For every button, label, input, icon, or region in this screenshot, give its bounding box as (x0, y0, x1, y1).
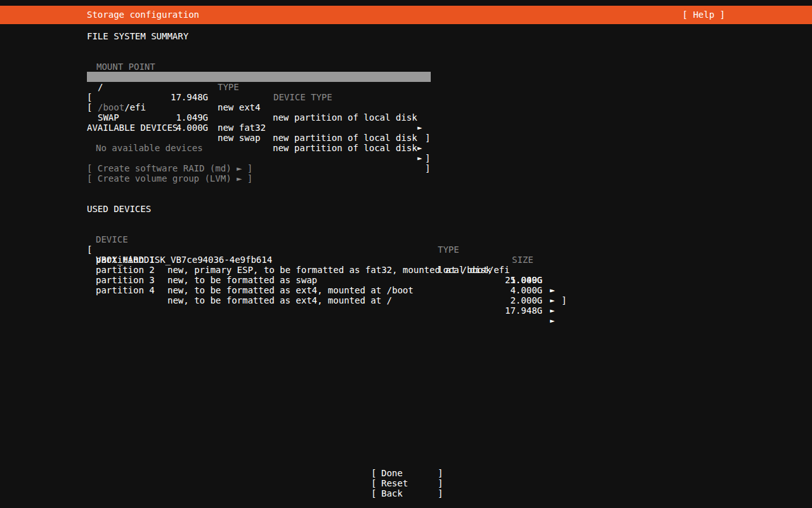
expand-arrow-icon: ► (417, 133, 422, 143)
mount-point-rest: /efi (124, 102, 146, 112)
device-type-value: new partition of local disk (273, 143, 417, 153)
create-software-raid-button[interactable]: [ Create software RAID (md) ► ] (87, 163, 252, 173)
partition-description: new, to be formatted as ext4, mounted at… (167, 295, 392, 305)
right-bracket: ] (425, 153, 430, 163)
left-bracket: [ (371, 488, 376, 498)
device-type-value: new partition of local disk (273, 112, 417, 123)
no-available-devices-message: No available devices (96, 143, 203, 153)
size-value: 2.000G (170, 102, 208, 112)
left-bracket: [ (371, 478, 376, 488)
type-value: new swap (218, 133, 260, 143)
right-bracket: ] (438, 468, 443, 478)
mount-point: SWAP (98, 112, 119, 123)
partition-row-3[interactable]: partition 3 new, to be formatted as ext4… (87, 265, 575, 275)
type-value: new ext4 (218, 102, 260, 112)
done-button-label: Done (381, 468, 403, 478)
used-devices-table: DEVICE TYPE SIZE [ VBOX_HARDDISK_VB7ce94… (87, 224, 575, 285)
partition-row-4[interactable]: partition 4 new, to be formatted as ext4… (87, 275, 575, 285)
type-value: new fat32 (218, 123, 266, 133)
reset-button-label: Reset (381, 478, 408, 488)
partition-row-2[interactable]: partition 2 new, to be formatted as swap… (87, 255, 575, 265)
expand-arrow-icon: ► (550, 305, 554, 316)
used-devices-header: DEVICE TYPE SIZE (87, 224, 575, 234)
fs-row-swap[interactable]: [ SWAP 4.000G new swap new partition of … (87, 92, 431, 102)
right-bracket: ] (425, 143, 430, 153)
expand-arrow-icon: ► (550, 316, 554, 326)
reset-button[interactable]: [ Reset ] (371, 478, 443, 488)
size-value: 1.049G (170, 112, 208, 123)
back-button-label: Back (381, 488, 403, 498)
partition-size: 4.000G (493, 285, 542, 295)
title-bar: Storage configuration [ Help ] (0, 6, 812, 24)
left-bracket: [ (87, 102, 92, 112)
right-bracket: ] (438, 488, 443, 498)
right-bracket: ] (561, 295, 566, 305)
page-title: Storage configuration (87, 10, 199, 20)
filesystem-summary-table: MOUNT POINT SIZE TYPE DEVICE TYPE [ / 17… (87, 51, 442, 102)
filesystem-summary-header: MOUNT POINT SIZE TYPE DEVICE TYPE (87, 51, 442, 62)
available-devices-heading: AVAILABLE DEVICES (87, 123, 178, 133)
right-bracket: ] (425, 163, 430, 173)
device-type-value: new partition of local disk (273, 133, 417, 143)
expand-arrow-icon: ► (550, 295, 554, 305)
fs-row-boot-efi[interactable]: [ /boot/efi 1.049G new fat32 new partiti… (87, 82, 431, 92)
right-bracket: ] (438, 478, 443, 488)
partition-description: new, to be formatted as ext4, mounted at… (167, 285, 414, 295)
partition-name: partition 4 (96, 285, 155, 295)
used-devices-heading: USED DEVICES (87, 204, 151, 214)
expand-arrow-icon: ► (550, 285, 554, 295)
back-button[interactable]: [ Back ] (371, 488, 443, 498)
type-value: new ext4 (218, 112, 260, 123)
filesystem-summary-heading: FILE SYSTEM SUMMARY (87, 31, 188, 41)
fs-row-root[interactable]: [ / 17.948G new ext4 new partition of lo… (87, 62, 431, 72)
help-button[interactable]: [ Help ] (683, 10, 725, 20)
partition-row-1[interactable]: partition 1 new, primary ESP, to be form… (87, 244, 575, 255)
partition-size: 2.000G (493, 295, 542, 305)
device-type-value: new partition of local disk (273, 123, 417, 133)
left-bracket: [ (371, 468, 376, 478)
done-button[interactable]: [ Done ] (371, 468, 443, 478)
create-volume-group-button[interactable]: [ Create volume group (LVM) ► ] (87, 173, 252, 184)
right-bracket: ] (425, 133, 430, 143)
partition-size: 17.948G (493, 305, 542, 316)
expand-arrow-icon: ► (417, 123, 422, 133)
fs-row-boot[interactable]: [ /boot 2.000G new ext4 new partition of… (87, 72, 431, 82)
footer-actions: [ Done ] [ Reset ] [ Back ] (371, 468, 443, 498)
used-disk-row[interactable]: [ VBOX_HARDDISK_VB7ce94036-4e9fb614 loca… (87, 234, 575, 244)
expand-arrow-icon: ► (417, 153, 422, 163)
expand-arrow-icon: ► (417, 143, 422, 153)
